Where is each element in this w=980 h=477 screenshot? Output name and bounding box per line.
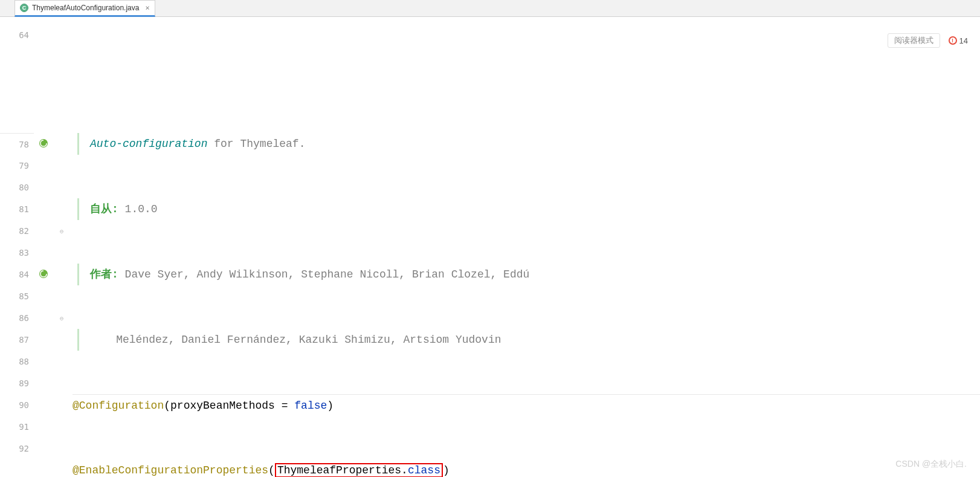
editor: 64 78 79 80 81 82 83 84 85 86 87 88 89 9… bbox=[0, 17, 980, 477]
spring-bean-icon[interactable] bbox=[39, 269, 48, 281]
line-number[interactable]: 85 bbox=[0, 285, 34, 307]
doc-authors: Meléndez, Daniel Fernández, Kazuki Shimi… bbox=[116, 334, 501, 346]
doc-text: Auto-configuration bbox=[90, 138, 214, 150]
close-icon[interactable]: × bbox=[145, 4, 149, 12]
line-number[interactable]: 82 bbox=[0, 220, 34, 242]
line-number bbox=[0, 46, 34, 68]
line-number[interactable]: 83 bbox=[0, 242, 34, 264]
line-number[interactable]: 64 bbox=[0, 24, 34, 46]
tab-bar: C ThymeleafAutoConfiguration.java × bbox=[0, 0, 980, 17]
line-number[interactable]: 90 bbox=[0, 394, 34, 416]
editor-tab[interactable]: C ThymeleafAutoConfiguration.java × bbox=[15, 0, 155, 17]
line-number[interactable]: 80 bbox=[0, 177, 34, 198]
line-number[interactable]: 84 bbox=[0, 264, 34, 285]
watermark: CSDN @全栈小白. bbox=[895, 459, 967, 470]
annotation: @EnableConfigurationProperties bbox=[73, 464, 268, 476]
doc-since: 1.0.0 bbox=[125, 203, 158, 215]
class-file-icon: C bbox=[20, 4, 28, 12]
doc-authors: Dave Syer, Andy Wilkinson, Stephane Nico… bbox=[125, 268, 537, 281]
line-number bbox=[0, 89, 34, 111]
fold-gutter: ⊖ ⊖ bbox=[53, 17, 73, 477]
code-text: ( bbox=[268, 464, 275, 476]
line-number[interactable]: 89 bbox=[0, 372, 34, 394]
fold-toggle-icon[interactable]: ⊖ bbox=[60, 315, 66, 321]
tab-filename: ThymeleafAutoConfiguration.java bbox=[32, 4, 139, 12]
keyword: false bbox=[294, 400, 327, 412]
line-number[interactable]: 92 bbox=[0, 438, 34, 459]
doc-text: for bbox=[214, 138, 233, 150]
doc-text: Thymeleaf. bbox=[234, 138, 306, 150]
highlight-box: ThymeleafProperties.class bbox=[275, 463, 443, 477]
line-number-gutter: 64 78 79 80 81 82 83 84 85 86 87 88 89 9… bbox=[0, 17, 34, 477]
fold-toggle-icon[interactable]: ⊖ bbox=[60, 228, 66, 234]
line-number[interactable]: 91 bbox=[0, 416, 34, 438]
line-number bbox=[0, 68, 34, 89]
doc-tag: 自从: bbox=[90, 203, 125, 215]
spring-bean-icon[interactable] bbox=[39, 138, 48, 150]
code-area[interactable]: Auto-configuration for Thymeleaf. 自从: 1.… bbox=[73, 17, 980, 477]
line-number bbox=[0, 111, 34, 133]
line-number[interactable]: 79 bbox=[0, 155, 34, 177]
line-number[interactable]: 88 bbox=[0, 351, 34, 372]
marker-gutter bbox=[34, 17, 53, 477]
doc-tag: 作者: bbox=[90, 268, 125, 281]
line-number[interactable]: 86 bbox=[0, 307, 34, 329]
code-text: (proxyBeanMethods = bbox=[164, 400, 294, 412]
code-text: ) bbox=[443, 464, 450, 476]
code-text: ) bbox=[327, 400, 334, 412]
line-number[interactable]: 78 bbox=[0, 133, 34, 155]
annotation: @Configuration bbox=[73, 400, 164, 412]
line-number[interactable]: 81 bbox=[0, 198, 34, 220]
line-number[interactable]: 87 bbox=[0, 329, 34, 351]
